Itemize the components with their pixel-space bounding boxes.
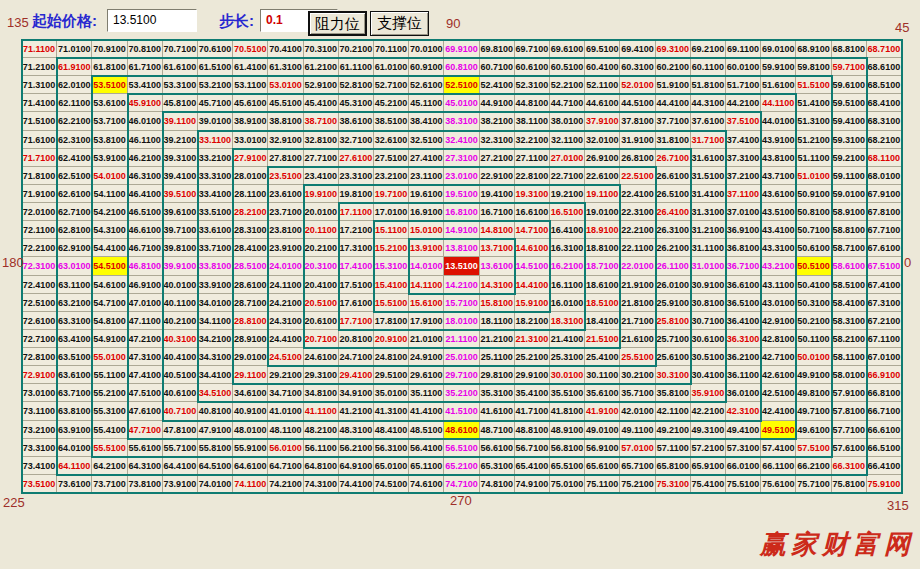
grid-cell-r12c15[interactable]: 14.6100 — [515, 239, 550, 257]
grid-cell-r8c2[interactable]: 62.5100 — [57, 167, 92, 185]
grid-cell-r5c10[interactable]: 38.6100 — [339, 112, 374, 130]
grid-cell-r3c9[interactable]: 52.9100 — [304, 76, 339, 94]
grid-cell-r5c4[interactable]: 46.0100 — [128, 112, 163, 130]
grid-cell-r24c16[interactable]: 65.5100 — [550, 457, 585, 475]
grid-cell-r21c15[interactable]: 41.7100 — [515, 402, 550, 420]
grid-cell-r14c1[interactable]: 72.4100 — [22, 276, 57, 294]
grid-cell-r19c6[interactable]: 34.4100 — [198, 366, 233, 384]
grid-cell-r18c7[interactable]: 29.0100 — [233, 348, 268, 366]
grid-cell-r17c18[interactable]: 21.6100 — [620, 330, 655, 348]
grid-cell-r7c24[interactable]: 59.2100 — [832, 149, 867, 167]
grid-cell-r17c23[interactable]: 50.1100 — [796, 330, 831, 348]
grid-cell-r24c19[interactable]: 65.8100 — [656, 457, 691, 475]
grid-cell-r19c11[interactable]: 29.5100 — [374, 366, 409, 384]
grid-cell-r9c23[interactable]: 50.9100 — [796, 185, 831, 203]
grid-cell-r15c5[interactable]: 40.1100 — [163, 294, 198, 312]
grid-cell-r13c22[interactable]: 43.2100 — [761, 257, 796, 275]
grid-cell-r23c4[interactable]: 55.6100 — [128, 439, 163, 457]
grid-cell-r14c9[interactable]: 20.4100 — [304, 276, 339, 294]
grid-cell-r17c16[interactable]: 21.4100 — [550, 330, 585, 348]
grid-cell-r17c7[interactable]: 28.9100 — [233, 330, 268, 348]
grid-cell-r1c21[interactable]: 69.1100 — [726, 40, 761, 58]
grid-cell-r3c5[interactable]: 53.3100 — [163, 76, 198, 94]
grid-cell-r20c25[interactable]: 66.8100 — [867, 384, 902, 402]
grid-cell-r19c7[interactable]: 29.1100 — [233, 366, 268, 384]
grid-cell-r16c11[interactable]: 17.8100 — [374, 312, 409, 330]
grid-cell-r5c11[interactable]: 38.5100 — [374, 112, 409, 130]
grid-cell-r15c16[interactable]: 16.0100 — [550, 294, 585, 312]
grid-cell-r19c2[interactable]: 63.6100 — [57, 366, 92, 384]
grid-cell-r20c20[interactable]: 35.9100 — [691, 384, 726, 402]
grid-cell-r19c5[interactable]: 40.5100 — [163, 366, 198, 384]
grid-cell-r1c4[interactable]: 70.8100 — [128, 40, 163, 58]
grid-cell-r9c13[interactable]: 19.5100 — [444, 185, 479, 203]
grid-cell-r19c8[interactable]: 29.2100 — [268, 366, 303, 384]
grid-cell-r11c9[interactable]: 20.1100 — [304, 221, 339, 239]
grid-cell-r18c12[interactable]: 24.9100 — [409, 348, 444, 366]
grid-cell-r13c8[interactable]: 24.0100 — [268, 257, 303, 275]
grid-cell-r3c2[interactable]: 62.0100 — [57, 76, 92, 94]
grid-cell-r20c16[interactable]: 35.5100 — [550, 384, 585, 402]
grid-cell-r15c8[interactable]: 24.2100 — [268, 294, 303, 312]
grid-cell-r4c1[interactable]: 71.4100 — [22, 94, 57, 112]
grid-cell-r21c7[interactable]: 40.9100 — [233, 402, 268, 420]
grid-cell-r23c17[interactable]: 56.9100 — [585, 439, 620, 457]
grid-cell-r11c20[interactable]: 31.2100 — [691, 221, 726, 239]
grid-cell-r20c14[interactable]: 35.3100 — [480, 384, 515, 402]
grid-cell-r24c5[interactable]: 64.4100 — [163, 457, 198, 475]
grid-cell-r12c21[interactable]: 36.8100 — [726, 239, 761, 257]
grid-cell-r3c3[interactable]: 53.5100 — [92, 76, 127, 94]
grid-cell-r1c19[interactable]: 69.3100 — [656, 40, 691, 58]
grid-cell-r10c4[interactable]: 46.5100 — [128, 203, 163, 221]
grid-cell-r17c19[interactable]: 25.7100 — [656, 330, 691, 348]
grid-cell-r19c3[interactable]: 55.1100 — [92, 366, 127, 384]
grid-cell-r12c4[interactable]: 46.7100 — [128, 239, 163, 257]
grid-cell-r8c18[interactable]: 22.5100 — [620, 167, 655, 185]
grid-cell-r12c2[interactable]: 62.9100 — [57, 239, 92, 257]
grid-cell-r2c21[interactable]: 60.0100 — [726, 58, 761, 76]
grid-cell-r16c10[interactable]: 17.7100 — [339, 312, 374, 330]
grid-cell-r6c17[interactable]: 32.0100 — [585, 131, 620, 149]
grid-cell-r19c14[interactable]: 29.8100 — [480, 366, 515, 384]
grid-cell-r7c2[interactable]: 62.4100 — [57, 149, 92, 167]
grid-cell-r17c2[interactable]: 63.4100 — [57, 330, 92, 348]
grid-cell-r11c14[interactable]: 14.8100 — [480, 221, 515, 239]
grid-cell-r8c12[interactable]: 23.1100 — [409, 167, 444, 185]
grid-cell-r2c12[interactable]: 60.9100 — [409, 58, 444, 76]
grid-cell-r24c18[interactable]: 65.7100 — [620, 457, 655, 475]
grid-cell-r5c6[interactable]: 39.0100 — [198, 112, 233, 130]
grid-cell-r23c8[interactable]: 56.0100 — [268, 439, 303, 457]
grid-cell-r20c24[interactable]: 57.9100 — [832, 384, 867, 402]
grid-cell-r17c17[interactable]: 21.5100 — [585, 330, 620, 348]
grid-cell-r16c9[interactable]: 20.6100 — [304, 312, 339, 330]
grid-cell-r15c17[interactable]: 18.5100 — [585, 294, 620, 312]
grid-cell-r7c3[interactable]: 53.9100 — [92, 149, 127, 167]
grid-cell-r13c14[interactable]: 13.6100 — [480, 257, 515, 275]
grid-cell-r12c17[interactable]: 18.8100 — [585, 239, 620, 257]
grid-cell-r20c12[interactable]: 35.1100 — [409, 384, 444, 402]
grid-cell-r24c8[interactable]: 64.7100 — [268, 457, 303, 475]
grid-cell-r5c12[interactable]: 38.4100 — [409, 112, 444, 130]
grid-cell-r16c17[interactable]: 18.4100 — [585, 312, 620, 330]
grid-cell-r9c17[interactable]: 19.1100 — [585, 185, 620, 203]
grid-cell-r24c22[interactable]: 66.1100 — [761, 457, 796, 475]
grid-cell-r3c21[interactable]: 51.7100 — [726, 76, 761, 94]
grid-cell-r24c10[interactable]: 64.9100 — [339, 457, 374, 475]
grid-cell-r25c10[interactable]: 74.4100 — [339, 475, 374, 493]
grid-cell-r12c22[interactable]: 43.3100 — [761, 239, 796, 257]
grid-cell-r21c4[interactable]: 47.6100 — [128, 402, 163, 420]
grid-cell-r2c2[interactable]: 61.9100 — [57, 58, 92, 76]
grid-cell-r16c22[interactable]: 42.9100 — [761, 312, 796, 330]
grid-cell-r13c2[interactable]: 63.0100 — [57, 257, 92, 275]
grid-cell-r23c13[interactable]: 56.5100 — [444, 439, 479, 457]
grid-cell-r8c8[interactable]: 23.5100 — [268, 167, 303, 185]
grid-cell-r7c23[interactable]: 51.1100 — [796, 149, 831, 167]
grid-cell-r6c24[interactable]: 59.3100 — [832, 131, 867, 149]
grid-cell-r18c8[interactable]: 24.5100 — [268, 348, 303, 366]
grid-cell-r11c15[interactable]: 14.7100 — [515, 221, 550, 239]
grid-cell-r14c25[interactable]: 67.4100 — [867, 276, 902, 294]
grid-cell-r4c2[interactable]: 62.1100 — [57, 94, 92, 112]
grid-cell-r8c14[interactable]: 22.9100 — [480, 167, 515, 185]
grid-cell-r10c16[interactable]: 16.5100 — [550, 203, 585, 221]
grid-cell-r7c15[interactable]: 27.1100 — [515, 149, 550, 167]
